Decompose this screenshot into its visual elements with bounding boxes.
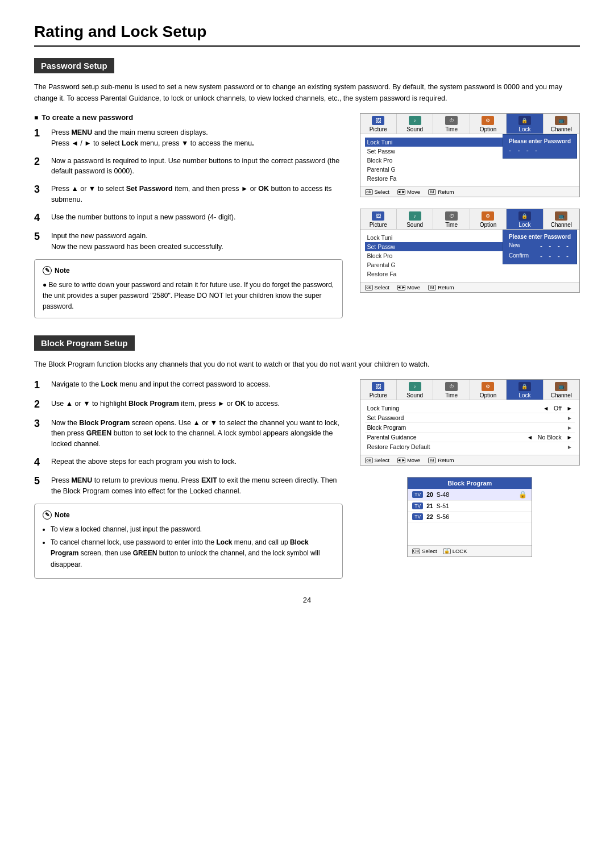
- block-note-box: ✎ Note To view a locked channel, just in…: [34, 504, 343, 579]
- tv3-footer-return: M Return: [428, 457, 454, 463]
- popup2-confirm-row: Confirm - - - -: [509, 252, 571, 260]
- tv3-label-sound: Sound: [398, 392, 432, 398]
- tv2-label-time: Time: [434, 222, 468, 228]
- tv3-footer-move: ◄► Move: [397, 457, 420, 463]
- note-text-1: ● Be sure to write down your password an…: [43, 280, 334, 313]
- tv-footer-1: ok Select ◄► Move M Return: [360, 186, 580, 197]
- tv2-menu-picture: 🖼 Picture: [360, 209, 397, 229]
- tv-menu-picture: 🖼 Picture: [360, 114, 397, 134]
- tv-bp-footer: OK Select 🔒 LOCK: [408, 545, 532, 556]
- tv2-footer-select: ok Select: [365, 284, 389, 290]
- popup2-title: Please enter Password: [509, 234, 571, 240]
- step-3-content: Press ▲ or ▼ to select Set Password item…: [51, 184, 343, 205]
- step-2-content: Now a password is required to input. Use…: [51, 156, 343, 177]
- tv3-ok-icon: ok: [365, 458, 373, 463]
- tv3-lock-tuning-label: Lock Tuning: [367, 405, 400, 412]
- picture-icon: 🖼: [372, 116, 384, 125]
- block-note-list: To view a locked channel, just input the…: [43, 524, 334, 570]
- tv3-lock-tuning-controls: ◄ Off ►: [543, 405, 572, 412]
- block-step-1-num: 1: [34, 379, 44, 392]
- tv-menu-time: ⏱ Time: [433, 114, 470, 134]
- step-4-content: Use the number buttons to input a new pa…: [51, 212, 343, 225]
- step-3: 3 Press ▲ or ▼ to select Set Password it…: [34, 184, 343, 205]
- password-note-box: ✎ Note ● Be sure to write down your pass…: [34, 259, 343, 319]
- tv3-menu-time: ⏱ Time: [433, 380, 470, 400]
- tv-mockup-1: 🖼 Picture ♪ Sound ⏱ Time ⚙ Option: [360, 113, 580, 197]
- block-step-3-num: 3: [34, 418, 44, 450]
- tv-bp-row-2: TV 21 S-51: [408, 501, 532, 512]
- tv3-parental-label: Parental Guidance: [367, 434, 417, 441]
- tv-bp-name-1: S-48: [437, 491, 449, 498]
- page-title: Rating and Lock Setup: [34, 23, 580, 47]
- tv-bp-lock-1: 🔒: [518, 491, 527, 499]
- tv3-lock-menu: Lock Tuning ◄ Off ► Set Password ► Block…: [360, 400, 580, 455]
- step-1-num: 1: [34, 127, 44, 149]
- sound-icon: ♪: [409, 116, 421, 125]
- tv-content-2: Lock Tuni Set Passw Block Pro Parental G…: [360, 230, 580, 282]
- tv2-time-icon: ⏱: [445, 211, 458, 221]
- tv-menu-channel: 📺 Channel: [544, 114, 579, 134]
- lock-icon: 🔒: [518, 116, 531, 125]
- tv-menu-lock: 🔒 Lock: [507, 114, 543, 134]
- tv3-footer-select: ok Select: [365, 457, 389, 463]
- tv-footer-move: ◄► Move: [397, 189, 420, 195]
- tv-bp-lock-icon: 🔒: [443, 549, 451, 554]
- tv-bp-ok-item: OK Select: [412, 548, 437, 554]
- block-note-icon: ✎: [43, 510, 52, 520]
- note-title: ✎ Note: [43, 265, 334, 276]
- block-step-4-content: Repeat the above steps for each program …: [51, 456, 343, 469]
- step-2-num: 2: [34, 156, 44, 177]
- tv3-time-icon: ⏱: [445, 382, 458, 391]
- step-4-num: 4: [34, 212, 44, 225]
- tv3-menu-picture: 🖼 Picture: [360, 380, 397, 400]
- tv-label-lock: Lock: [508, 126, 541, 132]
- tv2-label-lock: Lock: [508, 222, 541, 228]
- tv-row-restore: Restore Fa: [365, 174, 575, 183]
- step-5: 5 Input the new password again. Now the …: [34, 231, 343, 252]
- tv-menu-bar-1: 🖼 Picture ♪ Sound ⏱ Time ⚙ Option: [360, 114, 580, 134]
- block-program-left: 1 Navigate to the Lock menu and input th…: [34, 379, 343, 578]
- tv3-channel-icon: 📺: [555, 382, 567, 391]
- tv-bp-select-label: Select: [422, 548, 437, 554]
- tv-popup-2: Please enter Password New - - - - Confir…: [503, 230, 577, 264]
- tv-menu-option: ⚙ Option: [470, 114, 507, 134]
- tv-block-program-list: Block Program TV 20 S-48 🔒 TV 21 S-51 TV…: [407, 477, 532, 557]
- tv3-row-block-program: Block Program ►: [365, 423, 575, 433]
- popup2-new-dots: - - - -: [540, 242, 571, 250]
- tv2-nav-icon: ◄►: [397, 285, 405, 290]
- tv-label-channel: Channel: [545, 126, 578, 132]
- tv2-option-icon: ⚙: [482, 211, 494, 221]
- tv-bp-ok-icon: OK: [412, 549, 420, 554]
- tv-mockup-3: 🖼 Picture ♪ Sound ⏱ Time ⚙ Option: [360, 379, 580, 466]
- tv3-row-parental: Parental Guidance ◄ No Block ►: [365, 433, 575, 442]
- tv3-parental-controls: ◄ No Block ►: [527, 434, 572, 441]
- block-step-1-content: Navigate to the Lock menu and input the …: [51, 379, 343, 392]
- tv2-menu-option: ⚙ Option: [470, 209, 507, 229]
- tv3-sound-icon: ♪: [409, 382, 421, 391]
- page-number: 24: [34, 596, 580, 604]
- block-step-2-num: 2: [34, 398, 44, 411]
- password-steps-list: 1 Press MENU and the main menu screen di…: [34, 127, 343, 252]
- tv2-label-sound: Sound: [398, 222, 432, 228]
- password-intro-text: The Password setup sub-menu is used to s…: [34, 81, 580, 104]
- tv-label-option: Option: [471, 126, 505, 132]
- step-4: 4 Use the number buttons to input a new …: [34, 212, 343, 225]
- tv3-block-program-arrow: ►: [567, 425, 572, 431]
- tv3-menu-option: ⚙ Option: [470, 380, 507, 400]
- tv3-menu-sound: ♪ Sound: [397, 380, 433, 400]
- tv-bp-title: Block Program: [408, 477, 532, 489]
- password-left-content: To create a new password 1 Press MENU an…: [34, 113, 343, 318]
- block-step-1: 1 Navigate to the Lock menu and input th…: [34, 379, 343, 392]
- time-icon: ⏱: [445, 116, 458, 125]
- tv2-label-picture: Picture: [362, 222, 395, 228]
- tv-label-sound: Sound: [398, 126, 432, 132]
- tv3-row-set-password: Set Password ►: [365, 413, 575, 423]
- tv2-label-channel: Channel: [545, 222, 578, 228]
- tv-bp-row-1: TV 20 S-48 🔒: [408, 489, 532, 501]
- tv-bp-badge-3: TV: [412, 513, 423, 520]
- tv-bp-lock-item: 🔒 LOCK: [443, 548, 467, 554]
- tv3-lock-icon: 🔒: [518, 382, 531, 391]
- block-step-5-content: Press MENU to return to previous menu. P…: [51, 475, 343, 497]
- tv-bp-badge-1: TV: [412, 491, 423, 498]
- tv-bp-spacer: [408, 522, 532, 545]
